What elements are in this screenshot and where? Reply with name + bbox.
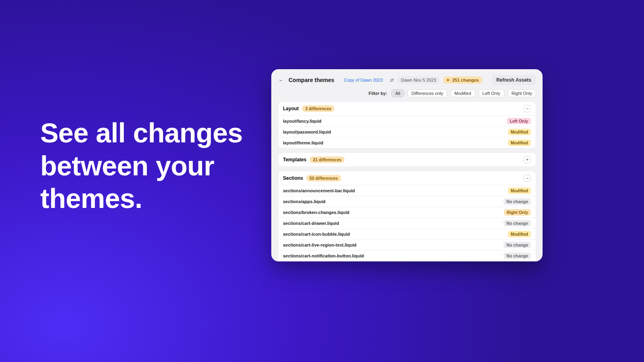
status-badge: Modified (508, 187, 531, 194)
file-path: sections/announcement-bar.liquid (283, 188, 355, 193)
section-title: Sections (283, 175, 303, 181)
section-card-templates: Templates21 differences+ (278, 152, 536, 167)
file-path: sections/apps.liquid (283, 199, 326, 204)
back-arrow-icon[interactable]: ← (278, 77, 285, 83)
filter-chip-right-only[interactable]: Right Only (508, 89, 536, 97)
filter-chip-all[interactable]: All (391, 89, 404, 97)
status-badge: Right Only (504, 209, 531, 216)
toolbar: ← Compare themes Copy of Dawn 2023 ⇄ Daw… (278, 75, 536, 85)
expand-icon[interactable]: + (524, 156, 531, 163)
file-path: sections/broken-changes.liquid (283, 210, 349, 215)
section-card-layout: Layout3 differences−layout/fancy.liquidL… (278, 101, 536, 148)
file-path: sections/cart-live-region-text.liquid (283, 243, 357, 247)
filter-chip-left-only[interactable]: Left Only (479, 89, 504, 97)
status-badge: No change (504, 198, 531, 205)
file-path: layout/fancy.liquid (283, 119, 322, 123)
file-row[interactable]: sections/cart-live-region-text.liquidNo … (278, 239, 536, 250)
filter-chip-modified[interactable]: Modified (450, 89, 475, 97)
file-row[interactable]: sections/announcement-bar.liquidModified (278, 185, 536, 196)
status-badge: Modified (508, 129, 531, 135)
section-header: Templates21 differences+ (278, 153, 536, 167)
section-diff-badge: 50 differences (306, 175, 341, 181)
status-badge: Modified (508, 231, 531, 237)
left-theme-link[interactable]: Copy of Dawn 2023 (341, 76, 386, 84)
status-badge: Modified (508, 140, 531, 146)
file-path: layout/password.liquid (283, 130, 331, 134)
filter-label: Filter by: (369, 91, 387, 96)
collapse-icon[interactable]: − (524, 105, 531, 112)
changes-badge: 251 changes (444, 76, 482, 84)
compare-panel: ← Compare themes Copy of Dawn 2023 ⇄ Daw… (271, 69, 543, 261)
hero-headline: See all changes between your themes. (40, 117, 266, 215)
page-title: Compare themes (289, 77, 334, 83)
section-diff-badge: 3 differences (302, 105, 334, 112)
file-path: layout/theme.liquid (283, 140, 323, 145)
swap-icon[interactable]: ⇄ (390, 78, 394, 83)
section-diff-badge: 21 differences (310, 156, 345, 163)
status-badge: Left Only (507, 118, 531, 124)
refresh-assets-button[interactable]: Refresh Assets (491, 75, 536, 85)
collapse-icon[interactable]: − (524, 175, 531, 182)
file-row[interactable]: layout/fancy.liquidLeft Only (278, 115, 536, 126)
file-row[interactable]: layout/password.liquidModified (278, 126, 536, 137)
file-row[interactable]: sections/cart-icon-bubble.liquidModified (278, 228, 536, 239)
section-title: Templates (283, 157, 306, 162)
file-row[interactable]: sections/cart-drawer.liquidNo change (278, 218, 536, 228)
filter-chip-differences-only[interactable]: Differences only (407, 89, 447, 97)
section-title: Layout (283, 106, 299, 111)
file-row[interactable]: sections/cart-notification-product.liqui… (278, 261, 536, 261)
filter-bar: Filter by: AllDifferences onlyModifiedLe… (278, 89, 536, 97)
section-card-sections: Sections50 differences−sections/announce… (278, 171, 536, 261)
status-badge: No change (504, 242, 531, 248)
file-path: sections/cart-drawer.liquid (283, 221, 339, 226)
file-path: sections/cart-notification-button.liquid (283, 253, 364, 258)
right-theme-button[interactable]: Dawn Nov 5 2023 (398, 76, 439, 84)
file-row[interactable]: sections/broken-changes.liquidRight Only (278, 207, 536, 218)
file-path: sections/cart-icon-bubble.liquid (283, 232, 350, 237)
section-header: Layout3 differences− (278, 102, 536, 115)
status-badge: No change (504, 220, 531, 226)
file-row[interactable]: layout/theme.liquidModified (278, 137, 536, 148)
file-row[interactable]: sections/apps.liquidNo change (278, 196, 536, 207)
section-header: Sections50 differences− (278, 171, 536, 185)
status-badge: No change (504, 253, 531, 259)
file-row[interactable]: sections/cart-notification-button.liquid… (278, 250, 536, 261)
comparison-list: Layout3 differences−layout/fancy.liquidL… (278, 101, 536, 261)
